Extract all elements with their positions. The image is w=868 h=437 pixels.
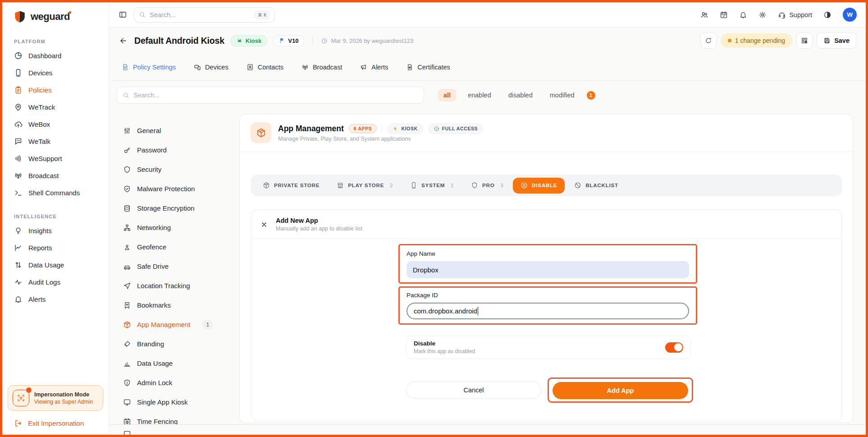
sidebar-item-devices[interactable]: Devices [2, 64, 109, 81]
app-name-label: App Name [407, 250, 689, 257]
sidebar-item-wetrack[interactable]: WeTrack [2, 98, 109, 115]
scroll-divider [110, 424, 866, 425]
changes-pending-badge[interactable]: 1 change pending [721, 33, 792, 48]
policy-nav-malware-protection[interactable]: Malware Protection [123, 179, 239, 198]
exit-impersonation-label: Exit Impersonation [28, 419, 84, 427]
cancel-button[interactable]: Cancel [406, 382, 541, 399]
policy-search-input[interactable] [133, 92, 418, 99]
line-chart-icon [14, 244, 23, 252]
brand-logo[interactable]: weguard [2, 2, 109, 28]
policy-nav-safe-drive[interactable]: Safe Drive [123, 257, 239, 276]
filter-all[interactable]: all [438, 89, 457, 101]
policy-search[interactable] [117, 87, 424, 104]
disable-label: Disable [414, 340, 475, 347]
text-cursor [478, 307, 479, 315]
store-tab-label: BLACKLIST [585, 183, 618, 188]
policy-nav-networking[interactable]: Networking [123, 218, 239, 237]
back-button[interactable] [119, 37, 128, 45]
store-tab-disable[interactable]: DISABLE [513, 178, 565, 193]
sidebar-item-wetalk[interactable]: WeTalk [2, 133, 109, 150]
global-search[interactable]: ⌘ K [134, 7, 274, 23]
sidebar-item-dashboard[interactable]: Dashboard [2, 47, 109, 64]
global-search-input[interactable] [150, 11, 251, 18]
policy-nav-label: Data Usage [137, 359, 173, 367]
sidebar-item-alerts[interactable]: Alerts [2, 290, 109, 308]
sidebar-item-policies[interactable]: Policies [2, 81, 109, 98]
save-button[interactable]: Save [817, 32, 856, 49]
policy-nav-geofence[interactable]: Geofence [123, 237, 239, 257]
store-tab-pro[interactable]: PRO3 [463, 175, 511, 196]
sidebar-item-label: Shell Commands [28, 189, 80, 197]
key-icon [123, 146, 131, 154]
calendar-button[interactable] [720, 11, 728, 19]
navigation-icon [123, 282, 131, 290]
tab-contacts[interactable]: Contacts [247, 64, 283, 71]
tab-certificates[interactable]: Certificates [406, 64, 450, 71]
policy-nav-general[interactable]: General [123, 121, 239, 140]
sidebar-item-webox[interactable]: WeBox [2, 115, 109, 133]
policy-nav-location-tracking[interactable]: Location Tracking [123, 276, 239, 295]
close-icon[interactable] [260, 221, 268, 228]
face-scan-icon [13, 390, 29, 406]
store-tab-system[interactable]: SYSTEM1 [402, 175, 461, 196]
add-app-button[interactable]: Add App [553, 382, 688, 399]
check-circle-icon [434, 126, 439, 132]
support-button[interactable]: Support [778, 11, 812, 19]
sidebar-item-data-usage[interactable]: Data Usage [2, 256, 109, 273]
bar-chart-icon [123, 359, 131, 368]
user-avatar[interactable]: W [843, 8, 857, 22]
sidebar-item-reports[interactable]: Reports [2, 239, 109, 256]
sidebar-toggle-button[interactable] [119, 10, 127, 19]
tab-broadcast[interactable]: Broadcast [302, 64, 342, 71]
policy-nav-storage-encryption[interactable]: Storage Encryption [123, 198, 239, 218]
policy-nav-app-management[interactable]: App Management1 [123, 315, 239, 334]
policy-nav-label: Bookmarks [137, 301, 171, 309]
filter-enabled[interactable]: enabled [462, 89, 497, 101]
policy-nav-admin-lock[interactable]: Admin Lock [123, 373, 239, 392]
tab-alerts[interactable]: Alerts [360, 64, 388, 71]
package-icon [123, 321, 131, 329]
impersonation-mode-card[interactable]: Impersonation Mode Viewing as Super Admi… [8, 385, 103, 411]
section-subtitle: Manage Private, Play Store, and System a… [278, 136, 483, 142]
file-text-icon [122, 64, 129, 71]
sidebar-item-wesupport[interactable]: WeSupport [2, 150, 109, 167]
policy-nav-bookmarks[interactable]: Bookmarks [123, 295, 239, 315]
bell-icon [14, 295, 23, 304]
section-title: App Management [278, 124, 344, 133]
users-button[interactable] [700, 11, 708, 19]
tab-label: Devices [205, 64, 228, 71]
policy-count-badge: 1 [202, 319, 213, 330]
policy-nav-password[interactable]: Password [123, 140, 239, 160]
disable-toggle[interactable] [665, 342, 683, 353]
policy-nav-label: Networking [137, 224, 171, 231]
refresh-button[interactable] [700, 32, 717, 49]
policy-nav-security[interactable]: Security [123, 160, 239, 179]
add-app-title: Add New App [276, 217, 362, 224]
package-id-input[interactable]: com.dropbox.android [407, 303, 689, 319]
app-name-input[interactable]: Dropbox [407, 261, 689, 278]
add-app-header: Add New App Manually add an app to disab… [251, 210, 841, 239]
tab-label: Policy Settings [133, 64, 176, 71]
exit-impersonation-button[interactable]: Exit Impersonation [2, 414, 109, 435]
store-tab-private-store[interactable]: PRIVATE STORE [255, 175, 327, 196]
policy-nav-single-app-kiosk[interactable]: Single App Kiosk [123, 392, 239, 412]
annotation-highlight-app-name: App Name Dropbox [398, 244, 697, 284]
store-tab-blacklist[interactable]: BLACKLIST [566, 175, 626, 196]
qr-code-button[interactable] [796, 32, 813, 49]
policy-nav-time-fencing[interactable]: Time Fencing [123, 412, 239, 424]
sidebar-item-shell-commands[interactable]: Shell Commands [2, 184, 109, 201]
policy-nav-branding[interactable]: Branding [123, 334, 239, 354]
sidebar-item-audit-logs[interactable]: Audit Logs [2, 273, 109, 290]
tab-label: Broadcast [313, 64, 342, 71]
filter-disabled[interactable]: disabled [503, 89, 539, 101]
sidebar-item-broadcast[interactable]: Broadcast [2, 167, 109, 184]
tab-policy-settings[interactable]: Policy Settings [122, 64, 176, 71]
tab-devices[interactable]: Devices [194, 64, 228, 71]
policy-nav-data-usage[interactable]: Data Usage [123, 354, 239, 373]
store-tab-play-store[interactable]: PLAY STORE2 [329, 175, 401, 196]
notifications-button[interactable] [739, 11, 747, 19]
filter-modified[interactable]: modified [544, 89, 580, 101]
theme-button[interactable] [823, 11, 831, 19]
settings-button[interactable] [758, 11, 767, 19]
sidebar-item-insights[interactable]: Insights [2, 222, 109, 239]
